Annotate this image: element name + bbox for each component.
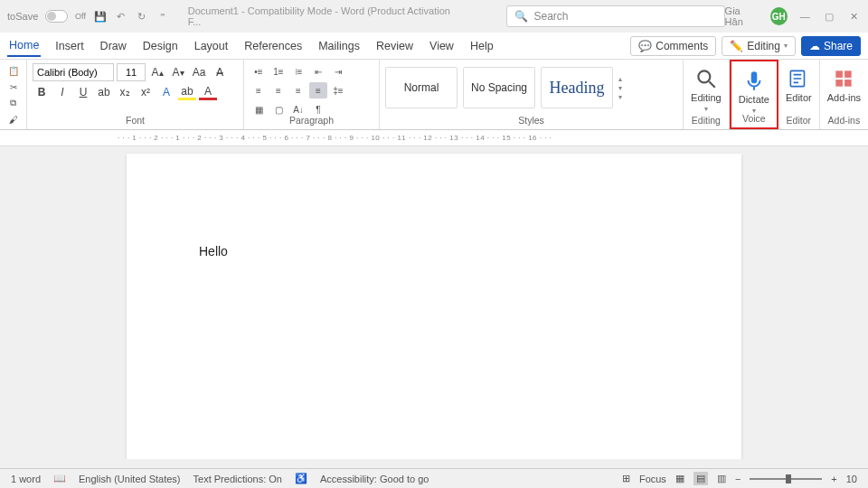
word-count[interactable]: 1 word [11, 474, 41, 484]
editing-label: Editing [747, 40, 780, 52]
svg-rect-5 [836, 70, 844, 78]
paragraph-group-label: Paragraph [244, 113, 379, 127]
search-input[interactable]: 🔍 Search [506, 5, 724, 27]
style-no-spacing[interactable]: No Spacing [463, 67, 535, 108]
bold-button[interactable]: B [33, 84, 51, 100]
zoom-in-icon[interactable]: + [831, 474, 836, 484]
strikethrough-button[interactable]: ab [95, 84, 113, 100]
autosave-toggle[interactable] [45, 10, 68, 23]
close-icon[interactable]: ✕ [847, 9, 861, 23]
italic-button[interactable]: I [53, 84, 71, 100]
tab-design[interactable]: Design [141, 36, 180, 56]
font-family-select[interactable] [33, 63, 114, 81]
tab-draw[interactable]: Draw [99, 36, 128, 56]
subscript-button[interactable]: x₂ [116, 84, 134, 100]
editor-group-label: Editor [778, 113, 819, 127]
line-spacing-icon[interactable]: ‡≡ [329, 82, 347, 99]
paste-icon[interactable]: 📋 [5, 63, 22, 78]
undo-icon[interactable]: ↶ [114, 9, 127, 23]
read-mode-icon[interactable]: ▦ [675, 473, 684, 484]
change-case-icon[interactable]: Aa [190, 64, 208, 80]
editing-group: Editing ▾ Editing [684, 60, 730, 129]
multilevel-icon[interactable]: ⁝≡ [289, 63, 307, 80]
decrease-indent-icon[interactable]: ⇤ [309, 63, 327, 80]
align-left-icon[interactable]: ≡ [250, 82, 268, 99]
clear-format-icon[interactable]: A̶ [211, 64, 229, 80]
align-right-icon[interactable]: ≡ [289, 82, 307, 99]
tab-home[interactable]: Home [7, 35, 41, 57]
user-avatar[interactable]: GH [770, 7, 788, 25]
format-painter-icon[interactable]: 🖌 [5, 112, 22, 127]
zoom-out-icon[interactable]: − [735, 474, 741, 484]
comments-button[interactable]: 💬 Comments [630, 36, 716, 56]
superscript-button[interactable]: x² [137, 84, 155, 100]
accessibility-status[interactable]: Accessibility: Good to go [320, 474, 429, 484]
editing-mode-button[interactable]: ✏️ Editing ▾ [722, 36, 796, 56]
tab-insert[interactable]: Insert [53, 36, 85, 56]
editing-button[interactable]: Editing ▾ [691, 63, 722, 113]
print-layout-icon[interactable]: ▤ [693, 472, 708, 485]
restore-icon[interactable]: ▢ [823, 9, 836, 23]
style-normal[interactable]: Normal [385, 67, 458, 108]
document-title: Document1 - Compatibility Mode - Word (P… [188, 5, 453, 27]
copy-icon[interactable]: ⧉ [5, 96, 22, 110]
editor-button[interactable]: Editor [786, 63, 812, 103]
tab-help[interactable]: Help [468, 36, 495, 56]
svg-rect-2 [751, 71, 758, 83]
share-button[interactable]: ☁ Share [801, 36, 861, 56]
ribbon-tabs: Home Insert Draw Design Layout Reference… [0, 33, 868, 60]
document-page[interactable]: Hello [127, 154, 741, 459]
qat-dropdown-icon[interactable]: ⁼ [156, 9, 170, 23]
font-color-icon[interactable]: A [199, 84, 217, 100]
horizontal-ruler[interactable]: · · · 1 · · · 2 · · · 1 · · · 2 · · · 3 … [0, 130, 868, 146]
tab-view[interactable]: View [428, 36, 456, 56]
spellcheck-icon[interactable]: 📖 [53, 473, 66, 484]
tab-references[interactable]: References [242, 36, 304, 56]
styles-more-icon[interactable]: ▾ [618, 93, 622, 101]
zoom-level[interactable]: 10 [846, 474, 857, 484]
numbering-icon[interactable]: 1≡ [269, 63, 288, 80]
underline-button[interactable]: U [74, 84, 92, 100]
styles-up-icon[interactable]: ▴ [618, 75, 622, 83]
grow-font-icon[interactable]: A▴ [148, 64, 166, 80]
addins-button[interactable]: Add-ins [827, 63, 861, 103]
web-layout-icon[interactable]: ▥ [717, 473, 726, 484]
style-heading1[interactable]: Heading [541, 67, 613, 108]
zoom-slider[interactable] [750, 478, 822, 480]
styles-down-icon[interactable]: ▾ [618, 84, 622, 92]
display-settings-icon[interactable]: ⊞ [622, 473, 630, 484]
text-predictions-status[interactable]: Text Predictions: On [193, 474, 282, 484]
user-name: Gia Hân [725, 5, 760, 27]
autosave-state: Off [75, 12, 86, 21]
align-justify-icon[interactable]: ≡ [309, 82, 327, 99]
svg-rect-8 [844, 80, 852, 87]
tab-mailings[interactable]: Mailings [316, 36, 362, 56]
text-effects-icon[interactable]: A [157, 84, 175, 100]
shrink-font-icon[interactable]: A▾ [169, 64, 187, 80]
document-body[interactable]: Hello [127, 154, 741, 349]
minimize-icon[interactable]: — [798, 9, 812, 23]
body-text: Hello [199, 244, 228, 258]
redo-icon[interactable]: ↻ [135, 9, 148, 23]
focus-mode[interactable]: Focus [639, 474, 666, 484]
save-icon[interactable]: 💾 [93, 9, 107, 23]
dictate-button[interactable]: Dictate ▾ [739, 65, 769, 115]
accessibility-icon: ♿ [295, 473, 307, 484]
tab-review[interactable]: Review [374, 36, 415, 56]
svg-rect-6 [844, 70, 852, 78]
cut-icon[interactable]: ✂ [5, 80, 22, 94]
document-canvas: Hello [0, 146, 868, 459]
increase-indent-icon[interactable]: ⇥ [329, 63, 347, 80]
svg-rect-7 [836, 80, 844, 87]
font-size-select[interactable] [117, 63, 146, 81]
ribbon: 📋 ✂ ⧉ 🖌 A▴ A▾ Aa A̶ B I U ab x₂ x² A ab … [0, 60, 868, 130]
font-group-label: Font [27, 113, 243, 127]
comments-label: Comments [656, 40, 708, 52]
editing-group-label: Editing [684, 113, 729, 127]
bullets-icon[interactable]: •≡ [250, 63, 268, 80]
highlight-icon[interactable]: ab [178, 84, 196, 100]
language-status[interactable]: English (United States) [79, 474, 181, 484]
tab-layout[interactable]: Layout [193, 36, 231, 56]
search-placeholder: Search [533, 10, 568, 23]
align-center-icon[interactable]: ≡ [269, 82, 288, 99]
